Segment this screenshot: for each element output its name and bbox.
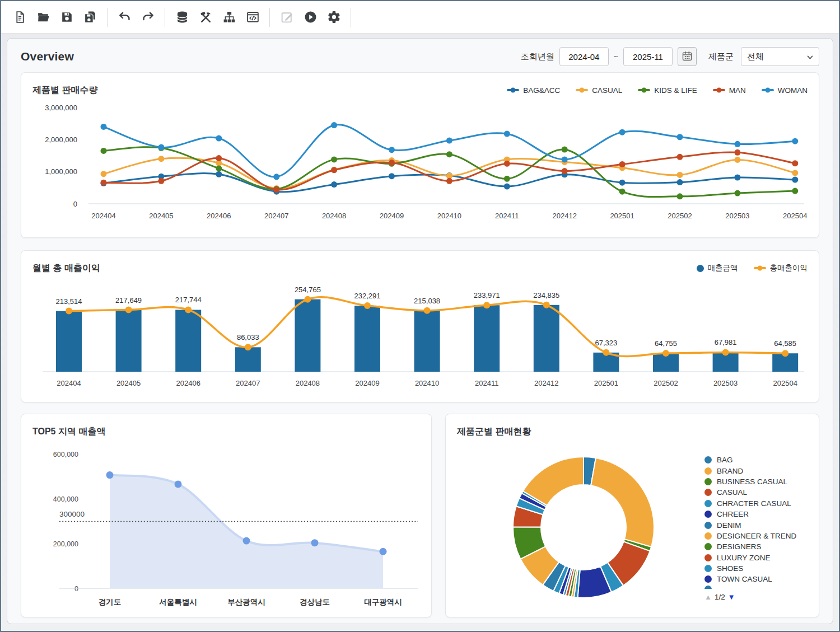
- data-point-casual[interactable]: [677, 172, 683, 178]
- data-point-bag-acc[interactable]: [216, 171, 222, 177]
- data-point-bag-acc[interactable]: [619, 180, 626, 186]
- region-point-경상남도[interactable]: [311, 539, 319, 546]
- bar-202406[interactable]: [175, 310, 201, 372]
- data-point-woman[interactable]: [158, 144, 164, 151]
- data-point-man[interactable]: [101, 180, 107, 186]
- legend-item-woman[interactable]: WOMAN: [762, 86, 808, 95]
- date-from-input[interactable]: [559, 47, 609, 66]
- legend-item-town-casual[interactable]: TOWN CASUAL: [704, 574, 806, 584]
- legend-item-bag-acc[interactable]: BAG&ACC: [507, 86, 560, 95]
- data-point-woman[interactable]: [446, 138, 452, 144]
- profit-point-202406[interactable]: [185, 306, 192, 313]
- legend-item-매출금액[interactable]: 매출금액: [697, 263, 738, 273]
- run-button[interactable]: [298, 6, 322, 29]
- data-point-man[interactable]: [331, 167, 337, 173]
- legend-page-down-icon[interactable]: ▼: [728, 593, 735, 601]
- donut-slice-1[interactable]: [591, 458, 654, 547]
- new-document-button[interactable]: [8, 6, 31, 29]
- legend-item-designers[interactable]: DESIGNERS: [704, 541, 806, 552]
- data-point-woman[interactable]: [273, 174, 279, 180]
- bar-202408[interactable]: [295, 299, 320, 372]
- bar-202407[interactable]: [235, 347, 261, 372]
- data-point-woman[interactable]: [389, 147, 395, 153]
- data-point-woman[interactable]: [331, 122, 337, 128]
- data-point-man[interactable]: [216, 155, 222, 161]
- legend-item-denim[interactable]: DENIM: [704, 519, 806, 530]
- profit-point-202504[interactable]: [782, 350, 788, 357]
- data-point-casual[interactable]: [158, 156, 164, 162]
- settings-button[interactable]: [322, 6, 346, 29]
- profit-point-202407[interactable]: [245, 344, 251, 350]
- sitemap-button[interactable]: [217, 6, 241, 29]
- data-point-kids-life[interactable]: [734, 190, 740, 196]
- database-button[interactable]: [170, 6, 194, 29]
- legend-item-designeer-trend[interactable]: DESIGNEER & TREND: [704, 531, 806, 541]
- data-point-bag-acc[interactable]: [734, 174, 740, 180]
- data-point-kids-life[interactable]: [101, 148, 107, 154]
- data-point-woman[interactable]: [216, 135, 222, 142]
- legend-item-bag[interactable]: BAG: [704, 455, 806, 465]
- profit-point-202404[interactable]: [66, 308, 72, 315]
- profit-point-202502[interactable]: [662, 350, 669, 357]
- data-point-man[interactable]: [158, 178, 164, 184]
- profit-point-202408[interactable]: [304, 296, 311, 303]
- calendar-button[interactable]: [678, 47, 697, 66]
- data-point-man[interactable]: [619, 161, 626, 167]
- data-point-bag-acc[interactable]: [504, 184, 510, 190]
- data-point-woman[interactable]: [101, 124, 107, 130]
- undo-button[interactable]: [113, 6, 136, 29]
- profit-point-202411[interactable]: [483, 302, 490, 308]
- data-point-man[interactable]: [389, 160, 395, 166]
- data-point-kids-life[interactable]: [677, 193, 683, 199]
- legend-item-총매출이익[interactable]: 총매출이익: [754, 263, 808, 273]
- bar-202412[interactable]: [534, 305, 559, 372]
- data-point-bag-acc[interactable]: [792, 177, 798, 183]
- region-point-부산광역시[interactable]: [243, 537, 250, 545]
- bar-202410[interactable]: [414, 311, 440, 372]
- data-point-woman[interactable]: [734, 141, 740, 147]
- data-point-casual[interactable]: [792, 170, 798, 176]
- bar-202411[interactable]: [474, 305, 500, 372]
- data-point-kids-life[interactable]: [216, 165, 222, 171]
- legend-item-luxury-zone[interactable]: LUXURY ZONE: [704, 553, 806, 563]
- profit-point-202410[interactable]: [424, 307, 431, 314]
- legend-item-shoes[interactable]: SHOES: [704, 563, 806, 574]
- data-point-man[interactable]: [446, 178, 452, 184]
- data-point-man[interactable]: [734, 149, 740, 156]
- open-folder-button[interactable]: [31, 6, 55, 29]
- save-button[interactable]: [55, 6, 78, 29]
- legend-item-casual[interactable]: CASUAL: [576, 86, 622, 95]
- data-point-casual[interactable]: [101, 171, 107, 177]
- region-point-대구광역시[interactable]: [380, 548, 387, 555]
- data-point-casual[interactable]: [734, 157, 740, 163]
- data-point-woman[interactable]: [504, 131, 510, 137]
- data-point-man[interactable]: [562, 168, 568, 174]
- data-point-man[interactable]: [273, 186, 279, 193]
- data-point-kids-life[interactable]: [504, 176, 510, 182]
- legend-item-man[interactable]: MAN: [713, 86, 746, 95]
- profit-point-202409[interactable]: [364, 302, 371, 309]
- data-point-man[interactable]: [792, 160, 798, 166]
- data-point-woman[interactable]: [562, 156, 568, 162]
- data-point-kids-life[interactable]: [331, 156, 337, 162]
- legend-item-kids-life[interactable]: KIDS & LIFE: [638, 86, 697, 95]
- product-group-select[interactable]: 전체: [741, 47, 819, 66]
- date-to-input[interactable]: [623, 47, 673, 66]
- data-point-man[interactable]: [677, 154, 683, 160]
- profit-point-202503[interactable]: [722, 349, 729, 355]
- code-editor-button[interactable]: [241, 6, 264, 29]
- data-point-man[interactable]: [504, 161, 510, 167]
- profit-point-202405[interactable]: [125, 307, 132, 313]
- data-point-kids-life[interactable]: [619, 189, 626, 195]
- legend-item-business-casual[interactable]: BUSINESS CASUAL: [704, 476, 806, 487]
- data-point-kids-life[interactable]: [446, 151, 452, 157]
- region-point-서울특별시[interactable]: [175, 480, 182, 488]
- save-all-button[interactable]: [78, 6, 102, 29]
- legend-item-casual[interactable]: CASUAL: [704, 487, 806, 498]
- data-point-bag-acc[interactable]: [389, 173, 395, 179]
- data-point-bag-acc[interactable]: [677, 179, 683, 185]
- legend-item-chreer[interactable]: CHREER: [704, 509, 806, 519]
- data-point-kids-life[interactable]: [792, 188, 798, 194]
- data-point-kids-life[interactable]: [562, 147, 568, 153]
- profit-point-202412[interactable]: [543, 302, 550, 308]
